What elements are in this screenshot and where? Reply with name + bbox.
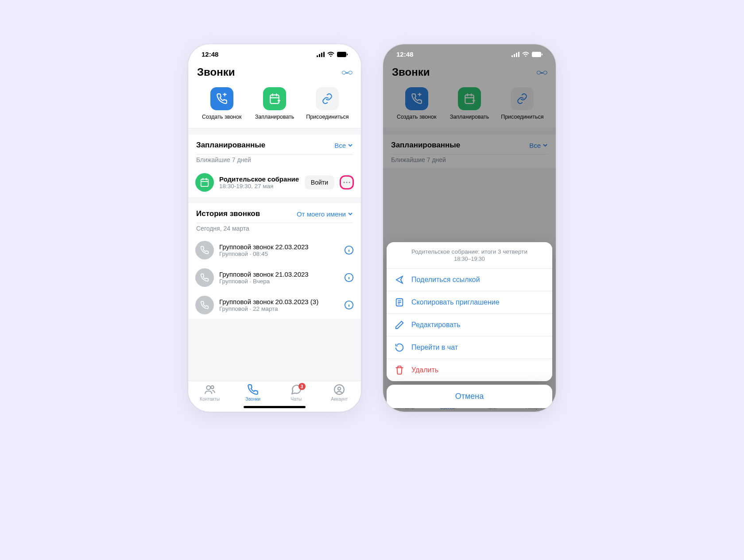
planned-item-title: Родительское собрание	[219, 175, 299, 183]
history-row[interactable]: Групповой звонок 20.03.2023 (3) Группово…	[188, 291, 361, 319]
planned-section: Запланированные Все Ближайшие 7 дней Род…	[188, 135, 361, 197]
svg-rect-3	[323, 52, 325, 57]
link-icon	[322, 93, 333, 104]
svg-rect-7	[270, 95, 279, 104]
svg-rect-20	[514, 54, 515, 57]
sheet-cancel[interactable]: Отмена	[387, 385, 552, 408]
history-section: История звонков От моего имени Сегодня, …	[188, 203, 361, 319]
planned-heading: Запланированные	[196, 141, 265, 150]
history-item-sub: Групповой · Вчера	[219, 278, 339, 285]
sheet-chat[interactable]: Перейти в чат	[387, 336, 552, 359]
chevron-down-icon	[348, 143, 353, 148]
status-bar: 12:48	[188, 44, 361, 62]
status-time: 12:48	[396, 50, 413, 58]
trash-icon	[395, 365, 404, 375]
home-indicator	[244, 406, 306, 408]
history-heading: История звонков	[196, 209, 260, 218]
svg-rect-19	[512, 55, 513, 57]
svg-rect-25	[542, 54, 542, 55]
arrow-circle-icon	[395, 343, 404, 352]
pencil-icon	[395, 320, 404, 330]
tab-bar: Контакты Звонки 3 Чаты Аккаунт	[188, 381, 361, 403]
svg-rect-21	[516, 53, 517, 57]
history-item-sub: Групповой · 08:45	[219, 251, 339, 257]
phone-left: 12:48 Звонки ○-○ Создать звонок	[188, 44, 361, 412]
svg-rect-24	[532, 52, 541, 57]
svg-rect-8	[201, 179, 209, 187]
history-filter[interactable]: От моего имени	[297, 210, 353, 218]
svg-point-23	[525, 55, 527, 57]
status-bar: 12:48	[383, 44, 556, 62]
join-call-label: Присоединиться	[306, 114, 349, 120]
history-item-title: Групповой звонок 21.03.2023	[219, 270, 339, 278]
svg-rect-2	[321, 53, 322, 57]
plan-call-button[interactable]: Запланировать	[248, 87, 301, 120]
phone-icon	[247, 384, 259, 395]
chats-badge: 3	[298, 383, 306, 390]
svg-rect-6	[347, 54, 348, 55]
wifi-icon	[522, 52, 529, 57]
planned-filter[interactable]: Все	[334, 142, 353, 149]
svg-point-4	[330, 55, 332, 57]
svg-point-11	[349, 182, 350, 183]
sheet-delete[interactable]: Удалить	[387, 359, 552, 381]
quick-actions: Создать звонок Запланировать Присоединит…	[188, 85, 361, 128]
history-item-title: Групповой звонок 22.03.2023	[219, 243, 339, 251]
create-call-button[interactable]: Создать звонок	[195, 87, 248, 120]
sheet-title: Родительское собрание: итоги 3 четверти	[395, 248, 544, 255]
plan-call-label: Запланировать	[255, 114, 294, 120]
phone-plus-icon	[216, 93, 228, 104]
calendar-plus-icon	[269, 93, 280, 104]
info-icon[interactable]	[344, 245, 354, 255]
page-title: Звонки	[197, 66, 235, 78]
contacts-icon	[204, 384, 216, 395]
action-sheet: Родительское собрание: итоги 3 четверти …	[387, 242, 552, 408]
create-call-label: Создать звонок	[202, 114, 241, 120]
tab-chats[interactable]: 3 Чаты	[275, 384, 318, 402]
history-row[interactable]: Групповой звонок 22.03.2023 Групповой · …	[188, 236, 361, 264]
svg-point-9	[343, 182, 345, 183]
planned-item[interactable]: Родительское собрание 18:30-19:30, 27 ма…	[188, 168, 361, 197]
svg-point-16	[211, 386, 214, 389]
svg-rect-22	[518, 52, 519, 57]
join-button[interactable]: Войти	[305, 175, 334, 189]
join-call-button[interactable]: Присоединиться	[301, 87, 354, 120]
sheet-share[interactable]: Поделиться ссылкой	[387, 269, 552, 291]
info-icon[interactable]	[344, 300, 354, 310]
user-icon	[333, 384, 345, 395]
history-row[interactable]: Групповой звонок 21.03.2023 Групповой · …	[188, 264, 361, 291]
svg-point-10	[346, 182, 347, 183]
wifi-icon	[327, 52, 334, 57]
info-icon[interactable]	[344, 273, 354, 282]
more-button[interactable]	[340, 175, 354, 189]
svg-point-15	[206, 386, 210, 390]
svg-rect-0	[317, 55, 318, 57]
calendar-icon	[200, 178, 209, 187]
sheet-time: 18:30–19:30	[395, 256, 544, 262]
tab-account[interactable]: Аккаунт	[318, 384, 361, 402]
planned-item-time: 18:30-19:30, 27 мая	[219, 183, 299, 189]
battery-icon	[532, 52, 542, 57]
sheet-edit[interactable]: Редактировать	[387, 314, 552, 336]
planned-subhead: Ближайшие 7 дней	[188, 154, 361, 168]
history-item-sub: Групповой · 22 марта	[219, 305, 339, 312]
tab-calls[interactable]: Звонки	[232, 384, 275, 402]
phone-icon	[200, 301, 209, 309]
svg-point-18	[338, 387, 341, 390]
history-date: Сегодня, 24 марта	[188, 223, 361, 236]
signal-icon	[512, 52, 519, 57]
tab-contacts[interactable]: Контакты	[188, 384, 232, 402]
document-icon	[395, 297, 404, 307]
page-header: Звонки ○-○	[188, 62, 361, 85]
status-time: 12:48	[202, 50, 218, 58]
voicemail-icon[interactable]: ○-○	[341, 67, 352, 77]
sheet-copy[interactable]: Скопировать приглашение	[387, 291, 552, 314]
chevron-down-icon	[348, 211, 353, 216]
signal-icon	[317, 52, 325, 57]
svg-rect-1	[319, 54, 320, 57]
phone-icon	[200, 246, 209, 255]
phone-right: 12:48 Звонки ○-○ Создать звонок Запланир…	[383, 44, 556, 412]
history-item-title: Групповой звонок 20.03.2023 (3)	[219, 298, 339, 305]
svg-rect-5	[337, 52, 346, 57]
phone-icon	[200, 273, 209, 282]
